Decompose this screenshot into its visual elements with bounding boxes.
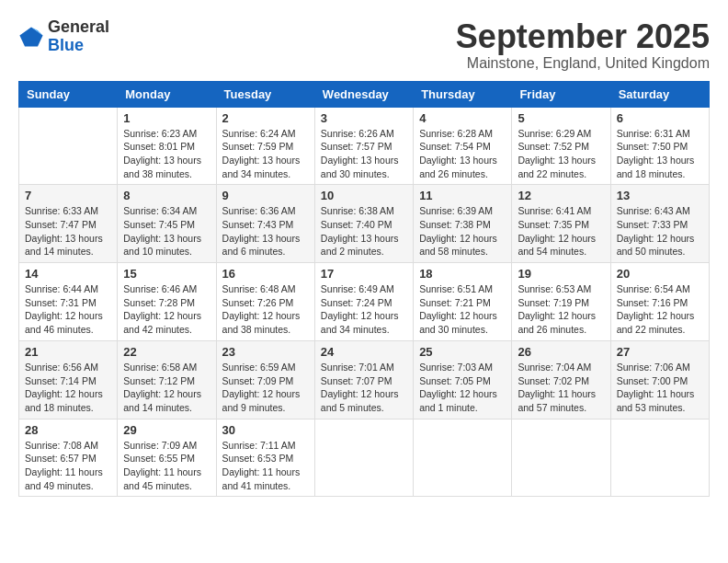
calendar-cell: 9Sunrise: 6:36 AMSunset: 7:43 PMDaylight… <box>216 185 314 263</box>
day-number: 16 <box>222 267 309 281</box>
calendar-cell: 24Sunrise: 7:01 AMSunset: 7:07 PMDayligh… <box>314 340 413 419</box>
day-info: Sunrise: 6:31 AMSunset: 7:50 PMDaylight:… <box>617 127 703 181</box>
weekday-header-tuesday: Tuesday <box>216 81 314 107</box>
day-info: Sunrise: 7:04 AMSunset: 7:02 PMDaylight:… <box>518 361 604 415</box>
calendar-cell: 25Sunrise: 7:03 AMSunset: 7:05 PMDayligh… <box>414 340 512 419</box>
day-info: Sunrise: 6:26 AMSunset: 7:57 PMDaylight:… <box>321 127 407 181</box>
day-number: 22 <box>123 345 210 359</box>
day-number: 28 <box>25 423 111 437</box>
calendar-cell: 1Sunrise: 6:23 AMSunset: 8:01 PMDaylight… <box>118 107 216 185</box>
logo-text: General Blue <box>48 18 109 55</box>
day-number: 30 <box>222 423 309 437</box>
day-number: 23 <box>222 345 309 359</box>
calendar-cell <box>414 419 512 497</box>
day-number: 6 <box>617 111 703 125</box>
day-number: 11 <box>419 189 506 202</box>
weekday-header-sunday: Sunday <box>19 81 118 107</box>
week-row-4: 21Sunrise: 6:56 AMSunset: 7:14 PMDayligh… <box>19 340 710 419</box>
weekday-header-thursday: Thursday <box>414 81 512 107</box>
day-info: Sunrise: 6:53 AMSunset: 7:19 PMDaylight:… <box>518 282 604 337</box>
day-info: Sunrise: 6:51 AMSunset: 7:21 PMDaylight:… <box>419 282 506 337</box>
day-info: Sunrise: 7:01 AMSunset: 7:07 PMDaylight:… <box>321 361 407 415</box>
location-text: Mainstone, England, United Kingdom <box>456 55 710 72</box>
calendar-cell: 14Sunrise: 6:44 AMSunset: 7:31 PMDayligh… <box>19 263 118 341</box>
day-info: Sunrise: 6:44 AMSunset: 7:31 PMDaylight:… <box>25 282 111 337</box>
calendar-cell: 27Sunrise: 7:06 AMSunset: 7:00 PMDayligh… <box>610 340 709 419</box>
calendar-cell: 23Sunrise: 6:59 AMSunset: 7:09 PMDayligh… <box>216 340 314 419</box>
calendar-cell: 3Sunrise: 6:26 AMSunset: 7:57 PMDaylight… <box>314 107 413 185</box>
day-number: 20 <box>617 267 703 281</box>
day-info: Sunrise: 6:29 AMSunset: 7:52 PMDaylight:… <box>518 127 604 181</box>
calendar-cell: 11Sunrise: 6:39 AMSunset: 7:38 PMDayligh… <box>414 185 512 263</box>
day-number: 19 <box>518 267 604 281</box>
calendar-cell: 6Sunrise: 6:31 AMSunset: 7:50 PMDaylight… <box>610 107 709 185</box>
calendar-cell: 4Sunrise: 6:28 AMSunset: 7:54 PMDaylight… <box>414 107 512 185</box>
day-info: Sunrise: 6:28 AMSunset: 7:54 PMDaylight:… <box>419 127 506 181</box>
calendar-cell <box>314 419 413 497</box>
day-info: Sunrise: 6:48 AMSunset: 7:26 PMDaylight:… <box>222 282 309 337</box>
calendar-cell <box>610 419 709 497</box>
day-number: 21 <box>25 345 111 359</box>
calendar-cell <box>512 419 610 497</box>
page-header: General Blue September 2025 Mainstone, E… <box>18 18 710 72</box>
day-info: Sunrise: 6:39 AMSunset: 7:38 PMDaylight:… <box>419 204 506 259</box>
day-info: Sunrise: 7:06 AMSunset: 7:00 PMDaylight:… <box>617 361 703 415</box>
day-number: 8 <box>123 189 210 202</box>
day-info: Sunrise: 6:24 AMSunset: 7:59 PMDaylight:… <box>222 127 309 181</box>
calendar-cell: 2Sunrise: 6:24 AMSunset: 7:59 PMDaylight… <box>216 107 314 185</box>
weekday-header-friday: Friday <box>512 81 610 107</box>
calendar-cell: 10Sunrise: 6:38 AMSunset: 7:40 PMDayligh… <box>314 185 413 263</box>
day-number: 25 <box>419 345 506 359</box>
day-number: 3 <box>321 111 407 125</box>
day-info: Sunrise: 6:46 AMSunset: 7:28 PMDaylight:… <box>123 282 210 337</box>
day-number: 27 <box>617 345 703 359</box>
day-number: 5 <box>518 111 604 125</box>
day-number: 17 <box>321 267 407 281</box>
day-number: 9 <box>222 189 309 202</box>
title-block: September 2025 Mainstone, England, Unite… <box>456 18 710 72</box>
day-info: Sunrise: 7:08 AMSunset: 6:57 PMDaylight:… <box>25 439 111 493</box>
logo: General Blue <box>18 18 109 55</box>
day-info: Sunrise: 6:38 AMSunset: 7:40 PMDaylight:… <box>321 204 407 259</box>
calendar-cell: 5Sunrise: 6:29 AMSunset: 7:52 PMDaylight… <box>512 107 610 185</box>
calendar-cell: 22Sunrise: 6:58 AMSunset: 7:12 PMDayligh… <box>118 340 216 419</box>
week-row-5: 28Sunrise: 7:08 AMSunset: 6:57 PMDayligh… <box>19 419 710 497</box>
day-number: 14 <box>25 267 111 281</box>
logo-icon <box>18 24 44 50</box>
day-number: 29 <box>123 423 210 437</box>
week-row-1: 1Sunrise: 6:23 AMSunset: 8:01 PMDaylight… <box>19 107 710 185</box>
day-info: Sunrise: 6:59 AMSunset: 7:09 PMDaylight:… <box>222 361 309 415</box>
svg-marker-0 <box>19 27 42 46</box>
day-info: Sunrise: 7:11 AMSunset: 6:53 PMDaylight:… <box>222 439 309 493</box>
day-info: Sunrise: 6:43 AMSunset: 7:33 PMDaylight:… <box>617 204 703 259</box>
calendar-cell <box>19 107 118 185</box>
weekday-header-saturday: Saturday <box>610 81 709 107</box>
day-number: 2 <box>222 111 309 125</box>
day-number: 18 <box>419 267 506 281</box>
day-number: 1 <box>123 111 210 125</box>
calendar-cell: 8Sunrise: 6:34 AMSunset: 7:45 PMDaylight… <box>118 185 216 263</box>
calendar-cell: 17Sunrise: 6:49 AMSunset: 7:24 PMDayligh… <box>314 263 413 341</box>
day-info: Sunrise: 7:09 AMSunset: 6:55 PMDaylight:… <box>123 439 210 493</box>
calendar-cell: 20Sunrise: 6:54 AMSunset: 7:16 PMDayligh… <box>610 263 709 341</box>
day-info: Sunrise: 6:23 AMSunset: 8:01 PMDaylight:… <box>123 127 210 181</box>
day-number: 26 <box>518 345 604 359</box>
calendar-cell: 18Sunrise: 6:51 AMSunset: 7:21 PMDayligh… <box>414 263 512 341</box>
day-info: Sunrise: 6:54 AMSunset: 7:16 PMDaylight:… <box>617 282 703 337</box>
calendar-cell: 29Sunrise: 7:09 AMSunset: 6:55 PMDayligh… <box>118 419 216 497</box>
day-info: Sunrise: 7:03 AMSunset: 7:05 PMDaylight:… <box>419 361 506 415</box>
weekday-header-wednesday: Wednesday <box>314 81 413 107</box>
calendar-cell: 15Sunrise: 6:46 AMSunset: 7:28 PMDayligh… <box>118 263 216 341</box>
day-info: Sunrise: 6:34 AMSunset: 7:45 PMDaylight:… <box>123 204 210 259</box>
day-number: 7 <box>25 189 111 202</box>
day-info: Sunrise: 6:33 AMSunset: 7:47 PMDaylight:… <box>25 204 111 259</box>
calendar-cell: 19Sunrise: 6:53 AMSunset: 7:19 PMDayligh… <box>512 263 610 341</box>
day-number: 24 <box>321 345 407 359</box>
calendar-table: SundayMondayTuesdayWednesdayThursdayFrid… <box>18 81 710 498</box>
weekday-header-row: SundayMondayTuesdayWednesdayThursdayFrid… <box>19 81 710 107</box>
month-title: September 2025 <box>456 18 710 55</box>
day-number: 4 <box>419 111 506 125</box>
calendar-cell: 26Sunrise: 7:04 AMSunset: 7:02 PMDayligh… <box>512 340 610 419</box>
calendar-cell: 7Sunrise: 6:33 AMSunset: 7:47 PMDaylight… <box>19 185 118 263</box>
weekday-header-monday: Monday <box>118 81 216 107</box>
